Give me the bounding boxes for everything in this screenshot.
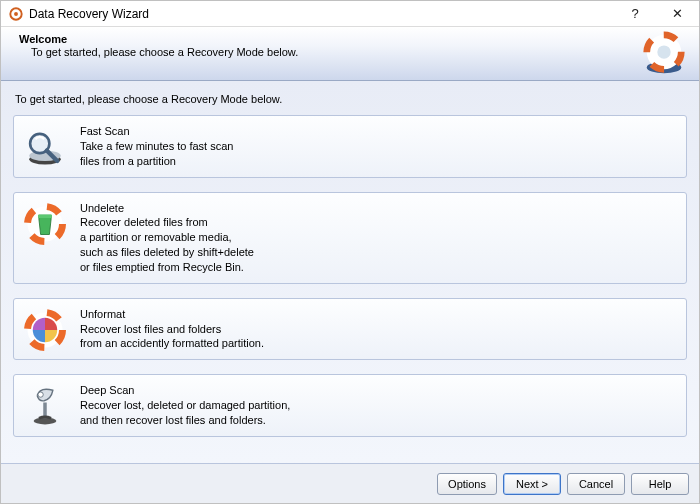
mode-title: Undelete [80, 201, 254, 216]
mode-fast-scan[interactable]: Fast Scan Take a few minutes to fast sca… [13, 115, 687, 178]
svg-point-14 [34, 418, 57, 425]
window-title: Data Recovery Wizard [29, 7, 611, 21]
help-button-footer[interactable]: Help [631, 473, 689, 495]
mode-title: Unformat [80, 307, 264, 322]
svg-point-1 [14, 12, 18, 16]
unformat-icon [24, 309, 66, 351]
mode-desc: Take a few minutes to fast scan files fr… [80, 139, 233, 169]
next-button[interactable]: Next > [503, 473, 561, 495]
fast-scan-icon [24, 126, 66, 168]
svg-point-5 [657, 45, 670, 58]
undelete-icon [24, 203, 66, 245]
app-icon [9, 7, 23, 21]
options-button[interactable]: Options [437, 473, 497, 495]
cancel-button[interactable]: Cancel [567, 473, 625, 495]
deep-scan-icon [24, 385, 66, 427]
lifesaver-disk-icon [641, 31, 687, 77]
svg-point-16 [38, 392, 43, 397]
mode-desc: Recover lost, deleted or damaged partiti… [80, 398, 290, 428]
banner: Welcome To get started, please choose a … [1, 27, 699, 81]
mode-desc: Recover lost files and folders from an a… [80, 322, 264, 352]
banner-subtitle: To get started, please choose a Recovery… [31, 46, 298, 58]
content-area: To get started, please choose a Recovery… [1, 81, 699, 463]
mode-title: Fast Scan [80, 124, 233, 139]
close-button[interactable]: ✕ [659, 2, 695, 26]
mode-unformat[interactable]: Unformat Recover lost files and folders … [13, 298, 687, 361]
mode-title: Deep Scan [80, 383, 290, 398]
svg-rect-11 [38, 214, 52, 218]
footer: Options Next > Cancel Help [1, 463, 699, 503]
mode-desc: Recover deleted files from a partition o… [80, 215, 254, 274]
instruction-text: To get started, please choose a Recovery… [15, 93, 685, 105]
titlebar: Data Recovery Wizard ? ✕ [1, 1, 699, 27]
banner-title: Welcome [19, 33, 298, 45]
mode-deep-scan[interactable]: Deep Scan Recover lost, deleted or damag… [13, 374, 687, 437]
mode-undelete[interactable]: Undelete Recover deleted files from a pa… [13, 192, 687, 284]
help-button[interactable]: ? [617, 2, 653, 26]
